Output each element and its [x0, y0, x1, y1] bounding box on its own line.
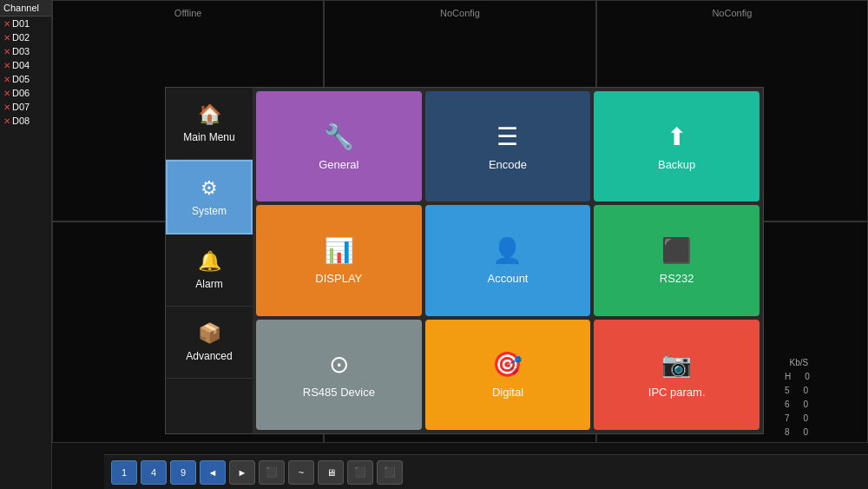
channel-item-d03[interactable]: ✕D03: [0, 44, 51, 58]
channel-item-d08[interactable]: ✕D08: [0, 114, 51, 128]
taskbar-button-4[interactable]: ►: [229, 460, 255, 485]
stat-label: 7: [785, 412, 790, 426]
taskbar-button-3[interactable]: ◄: [200, 460, 226, 485]
menu-item-alarm[interactable]: 🔔Alarm: [166, 235, 253, 307]
menu-item-advanced[interactable]: 📦Advanced: [166, 307, 253, 379]
tile-icon: 📊: [324, 236, 354, 265]
menu-item-main-menu[interactable]: 🏠Main Menu: [166, 88, 253, 160]
tile-label: IPC param.: [648, 386, 706, 399]
menu-icon: ⚙: [201, 177, 218, 200]
stat-value: 0: [804, 412, 809, 426]
taskbar-button-7[interactable]: 🖥: [318, 460, 344, 485]
system-menu-overlay: 🏠Main Menu⚙System🔔Alarm📦Advanced 🔧Genera…: [165, 87, 764, 434]
channel-label: D02: [12, 32, 30, 43]
tile-ipc-param.[interactable]: 📷IPC param.: [594, 320, 760, 430]
channel-item-d05[interactable]: ✕D05: [0, 72, 51, 86]
channel-label: D01: [12, 18, 30, 29]
x-icon: ✕: [3, 102, 10, 112]
taskbar-button-5[interactable]: ⬛: [259, 460, 285, 485]
taskbar-button-8[interactable]: ⬛: [347, 460, 373, 485]
channel-item-d06[interactable]: ✕D06: [0, 86, 51, 100]
tile-account[interactable]: 👤Account: [425, 205, 591, 315]
overlay-content: 🔧General☰Encode⬆Backup📊DISPLAY👤Account⬛R…: [253, 88, 763, 433]
channel-label: D08: [12, 116, 30, 126]
tile-label: DISPLAY: [315, 272, 362, 285]
tile-icon: ⬛: [661, 236, 692, 265]
camera-label-2: NoConfig: [440, 8, 480, 18]
taskbar-button-6[interactable]: ~: [288, 460, 314, 485]
channel-item-d02[interactable]: ✕D02: [0, 30, 51, 44]
tile-label: Account: [488, 272, 529, 285]
channel-item-d01[interactable]: ✕D01: [0, 17, 51, 30]
tile-icon: 🎯: [492, 350, 523, 379]
tile-label: Encode: [489, 158, 527, 171]
tile-icon: 👤: [492, 236, 523, 265]
menu-icon: 📦: [198, 322, 221, 345]
menu-item-label: Alarm: [195, 278, 222, 290]
channel-label: D07: [12, 102, 30, 112]
channel-item-d04[interactable]: ✕D04: [0, 58, 51, 72]
tile-label: Backup: [658, 158, 695, 171]
x-icon: ✕: [3, 89, 10, 98]
menu-item-label: Main Menu: [183, 131, 234, 143]
tile-general[interactable]: 🔧General: [256, 91, 422, 202]
taskbar: 149◄►⬛~🖥⬛⬛: [104, 454, 868, 489]
tile-rs485-device[interactable]: ⊙RS485 Device: [256, 320, 422, 430]
sidebar-title: Channel: [0, 0, 51, 17]
x-icon: ✕: [3, 75, 10, 84]
taskbar-button-1[interactable]: 4: [141, 460, 167, 485]
overlay-sidebar: 🏠Main Menu⚙System🔔Alarm📦Advanced: [166, 88, 253, 433]
menu-item-label: System: [192, 205, 227, 217]
tile-label: RS232: [660, 272, 694, 285]
stat-label: H: [785, 370, 791, 384]
x-icon: ✕: [3, 61, 10, 70]
tile-icon: ⬆: [667, 122, 687, 151]
channel-list: ✕D01✕D02✕D03✕D04✕D05✕D06✕D07✕D08: [0, 17, 51, 128]
x-icon: ✕: [3, 19, 10, 29]
x-icon: ✕: [3, 33, 10, 43]
tile-label: RS485 Device: [303, 386, 375, 399]
tile-label: Digital: [492, 386, 523, 399]
tile-label: General: [319, 158, 358, 171]
menu-item-label: Advanced: [186, 350, 232, 362]
tile-digital[interactable]: 🎯Digital: [425, 320, 591, 430]
stats-panel: Kb/SH050607080: [781, 353, 868, 443]
stat-label: 6: [785, 398, 790, 412]
tile-icon: 🔧: [324, 122, 354, 151]
stat-label: 5: [785, 384, 790, 398]
tile-display[interactable]: 📊DISPLAY: [256, 205, 422, 315]
x-icon: ✕: [3, 116, 10, 126]
channel-label: D05: [12, 74, 30, 84]
tile-icon: ☰: [496, 122, 518, 151]
x-icon: ✕: [3, 47, 10, 56]
taskbar-button-0[interactable]: 1: [111, 460, 137, 485]
stat-value: 0: [804, 426, 809, 439]
taskbar-button-9[interactable]: ⬛: [377, 460, 403, 485]
channel-sidebar: Channel ✕D01✕D02✕D03✕D04✕D05✕D06✕D07✕D08: [0, 0, 52, 489]
menu-icon: 🔔: [198, 250, 221, 273]
taskbar-button-2[interactable]: 9: [170, 460, 196, 485]
stat-value: 0: [804, 398, 809, 412]
camera-label-1: Offline: [174, 8, 202, 18]
stat-value: 0: [804, 384, 809, 398]
main-area: Offline NoConfig NoConfig No NoConfig No…: [52, 0, 868, 489]
channel-item-d07[interactable]: ✕D07: [0, 100, 51, 114]
stat-label: 8: [785, 426, 790, 439]
channel-label: D03: [12, 46, 30, 56]
channel-label: D06: [12, 88, 30, 98]
tile-icon: 📷: [661, 350, 692, 379]
channel-label: D04: [12, 60, 30, 70]
menu-item-system[interactable]: ⚙System: [166, 160, 253, 235]
camera-label-3: NoConfig: [712, 8, 752, 18]
tile-encode[interactable]: ☰Encode: [425, 91, 591, 202]
tile-backup[interactable]: ⬆Backup: [594, 91, 760, 202]
stats-header: Kb/S: [785, 356, 808, 370]
stat-value: 0: [805, 370, 810, 384]
tile-icon: ⊙: [329, 350, 349, 379]
tile-rs232[interactable]: ⬛RS232: [594, 205, 760, 315]
menu-icon: 🏠: [198, 103, 221, 126]
